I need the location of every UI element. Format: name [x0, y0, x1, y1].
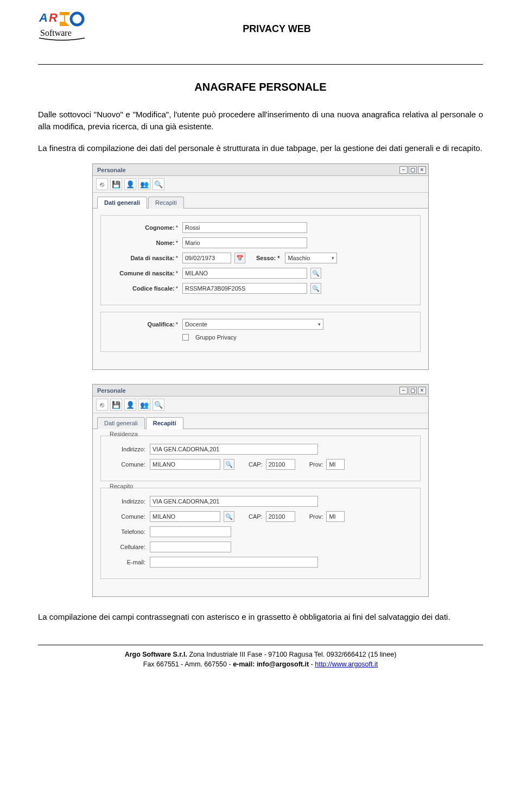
footer-email: e-mail: info@argosoft.it	[233, 660, 309, 668]
label-rec-indirizzo: Indirizzo:	[109, 498, 147, 505]
input-comune-nascita[interactable]	[182, 268, 307, 279]
input-res-indirizzo[interactable]	[150, 444, 318, 455]
input-res-cap[interactable]	[266, 459, 295, 470]
minimize-icon[interactable]: –	[399, 166, 408, 174]
input-cellulare[interactable]	[150, 542, 231, 552]
label-cognome: Cognome:*	[109, 224, 179, 231]
footer-fax: Fax 667551 - Amm. 667550 -	[143, 660, 233, 668]
footer-link[interactable]: http://www.argosoft.it	[315, 660, 378, 668]
label-comune-nascita: Comune di nascita:*	[109, 270, 179, 277]
window-title-text: Personale	[97, 387, 126, 394]
label-res-comune: Comune:	[109, 461, 147, 468]
maximize-icon[interactable]: ▢	[409, 166, 417, 174]
calc-cf-icon[interactable]: 🔍	[310, 283, 321, 294]
label-rec-prov: Prov:	[309, 513, 323, 520]
label-res-indirizzo: Indirizzo:	[109, 446, 147, 453]
footer-address: Zona Industriale III Fase - 97100 Ragusa…	[187, 651, 396, 658]
tab-dati-generali[interactable]: Dati generali	[97, 417, 145, 429]
user-blue-icon[interactable]: 👤	[124, 399, 136, 411]
input-res-prov[interactable]	[326, 459, 345, 470]
input-rec-prov[interactable]	[326, 511, 345, 522]
user-blue-icon[interactable]: 👤	[124, 178, 136, 190]
checkbox-gruppo-privacy[interactable]	[182, 334, 189, 341]
select-sesso[interactable]: Maschio▾	[285, 253, 337, 263]
input-nome[interactable]	[182, 237, 307, 248]
close-icon[interactable]: ×	[418, 166, 426, 174]
label-codice-fiscale: Codice fiscale:*	[109, 285, 179, 292]
label-qualifica: Qualifica:*	[109, 321, 179, 328]
input-telefono[interactable]	[150, 526, 231, 537]
divider-top	[38, 64, 483, 65]
page-header: A R Software PRIVACY WEB	[38, 10, 483, 48]
input-res-comune[interactable]	[150, 459, 220, 470]
label-gruppo-privacy: Gruppo Privacy	[195, 334, 237, 341]
svg-text:R: R	[49, 11, 58, 24]
save-icon[interactable]: 💾	[110, 178, 122, 190]
window-title-text: Personale	[97, 167, 126, 173]
page-title: PRIVACY WEB	[71, 23, 483, 35]
input-rec-comune[interactable]	[150, 511, 220, 522]
toolbar: ⎋ 💾 👤 👥 🔍	[93, 176, 428, 193]
exit-icon[interactable]: ⎋	[96, 178, 108, 190]
svg-text:Software: Software	[40, 28, 72, 37]
calendar-icon[interactable]: 📅	[234, 253, 245, 263]
argo-logo: A R Software	[38, 10, 87, 48]
lookup-comune-icon[interactable]: 🔍	[310, 268, 321, 279]
footer: Argo Software S.r.l. Zona Industriale II…	[38, 650, 483, 669]
select-qualifica[interactable]: Docente▾	[182, 319, 323, 330]
paragraph-3: La compilazione dei campi contrassegnati…	[38, 611, 483, 623]
label-rec-comune: Comune:	[109, 513, 147, 520]
label-res-cap: CAP:	[249, 461, 263, 468]
user-orange-icon[interactable]: 👥	[138, 178, 150, 190]
input-cognome[interactable]	[182, 222, 307, 233]
footer-company: Argo Software S.r.l.	[125, 651, 187, 658]
exit-icon[interactable]: ⎋	[96, 399, 108, 411]
label-cellulare: Cellulare:	[109, 544, 147, 551]
input-codice-fiscale[interactable]	[182, 283, 307, 294]
label-rec-cap: CAP:	[249, 513, 263, 520]
divider-bottom	[38, 645, 483, 645]
maximize-icon[interactable]: ▢	[409, 387, 417, 394]
personale-window-recapiti: Personale – ▢ × ⎋ 💾 👤 👥 🔍 Dati generali …	[92, 384, 429, 597]
minimize-icon[interactable]: –	[399, 387, 408, 394]
lookup-res-comune-icon[interactable]: 🔍	[224, 459, 234, 470]
label-sesso: Sesso: *	[256, 255, 279, 261]
save-icon[interactable]: 💾	[110, 399, 122, 411]
label-email: E-mail:	[109, 559, 147, 566]
paragraph-1: Dalle sottovoci "Nuovo" e "Modifica", l'…	[38, 109, 483, 133]
tab-bar: Dati generali Recapiti	[93, 193, 428, 209]
tab-bar: Dati generali Recapiti	[93, 413, 428, 429]
svg-point-2	[71, 13, 83, 25]
tab-recapiti[interactable]: Recapiti	[148, 197, 184, 209]
user-orange-icon[interactable]: 👥	[138, 399, 150, 411]
lookup-rec-comune-icon[interactable]: 🔍	[224, 511, 234, 522]
label-nome: Nome:*	[109, 240, 179, 247]
input-rec-cap[interactable]	[266, 511, 295, 522]
input-data-nascita[interactable]	[182, 253, 231, 263]
label-data-nascita: Data di nascita:*	[109, 255, 179, 262]
close-icon[interactable]: ×	[418, 387, 426, 394]
tab-dati-generali[interactable]: Dati generali	[97, 197, 147, 209]
svg-text:A: A	[39, 11, 48, 24]
window-titlebar: Personale – ▢ ×	[93, 385, 428, 396]
window-titlebar: Personale – ▢ ×	[93, 164, 428, 176]
label-telefono: Telefono:	[109, 528, 147, 536]
input-rec-indirizzo[interactable]	[150, 496, 318, 507]
search-icon[interactable]: 🔍	[153, 178, 164, 190]
input-email[interactable]	[150, 557, 318, 568]
search-icon[interactable]: 🔍	[153, 399, 164, 411]
personale-window-generali: Personale – ▢ × ⎋ 💾 👤 👥 🔍 Dati generali …	[92, 163, 429, 370]
tab-recapiti[interactable]: Recapiti	[146, 417, 183, 429]
label-res-prov: Prov:	[309, 461, 323, 468]
paragraph-2: La finestra di compilazione dei dati del…	[38, 142, 483, 154]
section-heading: ANAGRAFE PERSONALE	[38, 81, 483, 93]
toolbar: ⎋ 💾 👤 👥 🔍	[93, 396, 428, 413]
